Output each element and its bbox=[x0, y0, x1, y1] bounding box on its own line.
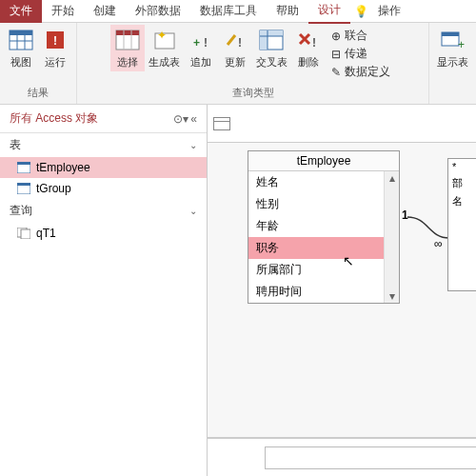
select-label: 选择 bbox=[117, 55, 138, 69]
delete-icon: ! bbox=[295, 27, 322, 53]
group-querytype-label: 查询类型 bbox=[232, 85, 274, 102]
select-query-button[interactable]: 选择 bbox=[110, 25, 145, 71]
crosstab-icon bbox=[258, 27, 285, 53]
run-label: 运行 bbox=[45, 55, 66, 69]
svg-text:!: ! bbox=[312, 36, 316, 50]
table-window-temployee[interactable]: tEmployee 姓名性别年龄职务所属部门聘用时间 ▴▾ bbox=[248, 150, 400, 304]
collapse-icon: ⌄ bbox=[189, 140, 197, 150]
svg-rect-1 bbox=[10, 30, 32, 35]
svg-text:+: + bbox=[458, 38, 465, 50]
view-button[interactable]: 视图 bbox=[4, 25, 38, 71]
union-icon: ⊕ bbox=[331, 30, 341, 43]
table-window-right[interactable]: *部名 bbox=[447, 158, 476, 291]
svg-rect-26 bbox=[17, 162, 30, 165]
field-item[interactable]: 年龄 bbox=[248, 215, 384, 237]
table-window-title: tEmployee bbox=[248, 151, 399, 171]
query-special-list: ⊕联合 ⊟传递 ✎数据定义 bbox=[326, 25, 396, 83]
nav-collapse-icon[interactable]: « bbox=[190, 112, 197, 126]
ribbon-tab-bar: 文件 开始 创建 外部数据 数据库工具 帮助 设计 💡 操作 bbox=[0, 0, 476, 23]
tab-tellme[interactable]: 操作 bbox=[368, 0, 410, 23]
maketable-label: 生成表 bbox=[149, 55, 180, 69]
append-label: 追加 bbox=[190, 55, 211, 69]
nav-dropdown-icon[interactable]: ⊙▾ bbox=[173, 112, 188, 126]
maketable-button[interactable]: ✦ 生成表 bbox=[145, 25, 184, 71]
designer-canvas[interactable]: tEmployee 姓名性别年龄职务所属部门聘用时间 ▴▾ 1∞ *部名 ↖ bbox=[208, 143, 476, 438]
svg-text:✦: ✦ bbox=[157, 30, 167, 42]
datadef-button[interactable]: ✎数据定义 bbox=[329, 63, 392, 81]
query-icon bbox=[17, 228, 30, 239]
select-icon bbox=[114, 27, 141, 53]
svg-text:!: ! bbox=[238, 36, 242, 50]
append-button[interactable]: +! 追加 bbox=[184, 25, 218, 71]
svg-text:!: ! bbox=[204, 36, 208, 50]
tab-database-tools[interactable]: 数据库工具 bbox=[190, 0, 267, 23]
union-label: 联合 bbox=[345, 28, 367, 44]
group-query-type: 选择 ✦ 生成表 +! 追加 ! 更新 交叉表 ! 删除 bbox=[77, 23, 429, 104]
tab-create[interactable]: 创建 bbox=[84, 0, 126, 23]
tellme-icon: 💡 bbox=[354, 5, 368, 18]
datasheet-icon bbox=[8, 27, 34, 53]
passthrough-icon: ⊟ bbox=[331, 48, 341, 61]
query-designer: tEmployee 姓名性别年龄职务所属部门聘用时间 ▴▾ 1∞ *部名 ↖ bbox=[208, 105, 476, 476]
group-results-label: 结果 bbox=[28, 85, 49, 102]
view-label: 视图 bbox=[10, 55, 31, 69]
nav-obj-temployee[interactable]: tEmployee bbox=[0, 157, 207, 178]
datadef-label: 数据定义 bbox=[345, 64, 390, 80]
tab-design[interactable]: 设计 bbox=[308, 0, 350, 24]
svg-rect-30 bbox=[21, 229, 30, 239]
nav-obj-tgroup[interactable]: tGroup bbox=[0, 178, 207, 199]
field-item[interactable]: 聘用时间 bbox=[248, 281, 384, 303]
scroll-down-icon[interactable]: ▾ bbox=[389, 289, 395, 303]
run-button[interactable]: ! 运行 bbox=[38, 25, 72, 71]
maketable-icon: ✦ bbox=[150, 27, 177, 53]
field-item[interactable]: 性别 bbox=[248, 193, 384, 215]
svg-text:!: ! bbox=[53, 34, 57, 48]
svg-text:1: 1 bbox=[402, 209, 408, 222]
tab-home[interactable]: 开始 bbox=[42, 0, 84, 23]
passthrough-label: 传递 bbox=[345, 46, 367, 62]
update-button[interactable]: ! 更新 bbox=[218, 25, 252, 71]
svg-rect-28 bbox=[17, 183, 30, 186]
group-results: 视图 ! 运行 结果 bbox=[0, 23, 77, 104]
field-item[interactable]: 名 bbox=[448, 192, 476, 210]
crosstab-label: 交叉表 bbox=[256, 55, 288, 69]
tab-external-data[interactable]: 外部数据 bbox=[126, 0, 190, 23]
obj-temployee-label: tEmployee bbox=[36, 161, 90, 174]
tab-file[interactable]: 文件 bbox=[0, 0, 42, 23]
design-grid[interactable] bbox=[208, 438, 476, 476]
cat-tables-label: 表 bbox=[10, 137, 21, 153]
ribbon: 视图 ! 运行 结果 选择 ✦ 生成表 +! 追加 ! bbox=[0, 23, 476, 105]
main-area: 所有 Access 对象 ⊙▾« 表⌄ tEmployee tGroup 查询⌄… bbox=[0, 105, 476, 476]
nav-category-tables[interactable]: 表⌄ bbox=[0, 133, 207, 157]
collapse-icon: ⌄ bbox=[189, 206, 197, 216]
svg-rect-8 bbox=[116, 30, 139, 35]
group-showtable: + 显示表 bbox=[429, 23, 476, 104]
obj-qt1-label: qT1 bbox=[36, 227, 56, 240]
svg-rect-23 bbox=[442, 32, 459, 36]
grid-columns[interactable] bbox=[265, 446, 476, 469]
append-icon: +! bbox=[188, 27, 214, 53]
nav-obj-qt1[interactable]: qT1 bbox=[0, 223, 207, 244]
query-tab-icon[interactable] bbox=[213, 117, 230, 130]
field-item[interactable]: 姓名 bbox=[248, 171, 384, 193]
field-item[interactable]: * bbox=[448, 159, 476, 174]
nav-category-queries[interactable]: 查询⌄ bbox=[0, 199, 207, 223]
scrollbar[interactable]: ▴▾ bbox=[384, 171, 399, 303]
passthrough-button[interactable]: ⊟传递 bbox=[329, 45, 392, 63]
table-icon bbox=[17, 183, 30, 194]
update-icon: ! bbox=[222, 27, 248, 53]
crosstab-button[interactable]: 交叉表 bbox=[252, 25, 291, 71]
field-item[interactable]: 部 bbox=[448, 174, 476, 192]
delete-button[interactable]: ! 删除 bbox=[291, 25, 326, 71]
svg-rect-18 bbox=[260, 30, 283, 36]
tab-help[interactable]: 帮助 bbox=[267, 0, 308, 23]
run-icon: ! bbox=[42, 27, 69, 53]
field-item[interactable]: 职务 bbox=[248, 237, 384, 259]
field-item[interactable]: 所属部门 bbox=[248, 259, 384, 281]
union-button[interactable]: ⊕联合 bbox=[329, 27, 392, 45]
nav-header[interactable]: 所有 Access 对象 ⊙▾« bbox=[0, 105, 207, 133]
designer-tabbar bbox=[208, 105, 476, 143]
scroll-up-icon[interactable]: ▴ bbox=[389, 171, 395, 185]
delete-label: 删除 bbox=[298, 55, 319, 69]
showtable-button[interactable]: + 显示表 bbox=[433, 25, 472, 71]
